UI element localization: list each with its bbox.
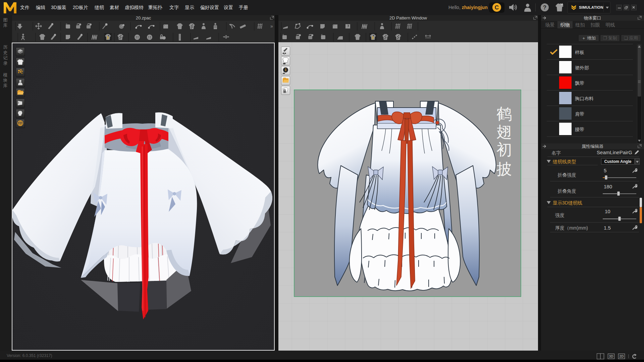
svg-text:C: C [495,4,499,11]
svg-text:2D: 2D [620,355,624,358]
svg-text:披: 披 [496,161,512,178]
svg-text:翅: 翅 [496,124,512,141]
svg-text:初: 初 [496,141,512,158]
svg-text:鹤: 鹤 [496,106,512,123]
svg-text:?: ? [543,4,546,11]
svg-text:3D: 3D [609,355,613,358]
